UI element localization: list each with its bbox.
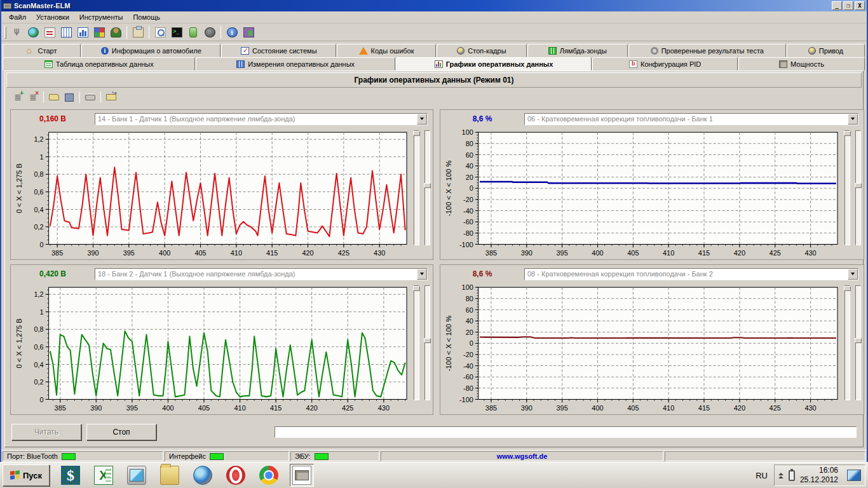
slider-thumb[interactable] <box>413 286 420 291</box>
slider-thumb[interactable] <box>844 286 851 291</box>
svg-text:395: 395 <box>123 249 135 257</box>
scale-slider[interactable] <box>414 130 419 245</box>
menu-файл[interactable]: Файл <box>4 12 31 22</box>
t-page-icon <box>629 60 637 68</box>
website-link[interactable]: www.wgsoft.de <box>381 451 663 461</box>
opera-app-icon[interactable] <box>224 464 248 487</box>
image-icon[interactable] <box>92 25 107 39</box>
scanmaster-chip-app-icon[interactable] <box>290 464 314 487</box>
svg-text:415: 415 <box>698 404 710 412</box>
add-graph-icon[interactable] <box>10 90 25 104</box>
monitor-app-icon[interactable] <box>125 464 149 487</box>
status-interface: Интерфейс <box>165 451 289 461</box>
svg-text:-100 < X < 100 %: -100 < X < 100 % <box>445 160 452 216</box>
dollar-app-icon[interactable] <box>58 464 83 487</box>
pid-selector[interactable]: 08 - Кратковременная коррекция топливопо… <box>524 268 858 280</box>
battery-icon[interactable] <box>186 25 201 39</box>
svg-text:0,2: 0,2 <box>34 223 44 231</box>
stop-button[interactable]: Стоп <box>86 424 156 440</box>
slider-thumb[interactable] <box>424 183 431 188</box>
port-led-indicator <box>62 453 76 460</box>
chrome-app-icon[interactable] <box>257 464 281 487</box>
show-desktop-icon[interactable] <box>847 470 861 481</box>
user-icon[interactable] <box>108 25 123 39</box>
excel-app-icon[interactable] <box>92 464 116 487</box>
message-field[interactable] <box>275 426 857 438</box>
close-button[interactable]: X <box>855 1 865 10</box>
slider-thumb[interactable] <box>855 338 862 343</box>
pid-selector[interactable]: 06 - Кратковременная коррекция топливопо… <box>524 113 858 125</box>
chevron-down-icon[interactable] <box>848 114 858 125</box>
remove-graph-icon[interactable] <box>25 90 41 104</box>
start-button[interactable]: Пуск <box>3 464 50 486</box>
folder-app-icon[interactable] <box>158 464 182 487</box>
offset-slider[interactable] <box>855 130 861 245</box>
tab-измерения-оперативных-данных[interactable]: Измерения оперативных данных <box>196 57 395 71</box>
info-icon[interactable]: i <box>224 25 240 39</box>
chevron-down-icon[interactable] <box>848 269 858 280</box>
slider-thumb[interactable] <box>844 131 851 136</box>
svg-text:420: 420 <box>306 404 318 412</box>
print-icon[interactable] <box>83 90 98 104</box>
clipboard-icon[interactable] <box>130 25 146 39</box>
sphere-app-icon[interactable] <box>191 464 215 487</box>
svg-text:430: 430 <box>378 404 390 412</box>
scale-slider[interactable] <box>844 130 850 245</box>
title-bar[interactable]: ScanMaster-ELM _ ❐ X <box>1 0 867 11</box>
tab-мощность[interactable]: Мощность <box>738 57 865 71</box>
menu-инструменты[interactable]: Инструменты <box>74 12 128 22</box>
table-icon[interactable] <box>58 25 74 39</box>
menu-помощь[interactable]: Помощь <box>128 12 165 22</box>
t-bars-icon <box>435 60 443 68</box>
offset-slider[interactable] <box>855 285 861 400</box>
footer-controls: Читать Стоп <box>5 415 863 440</box>
report-icon[interactable] <box>42 25 57 39</box>
read-button[interactable]: Читать <box>11 424 81 440</box>
chevron-down-icon[interactable] <box>417 114 427 125</box>
scale-slider[interactable] <box>844 285 850 400</box>
svg-text:20: 20 <box>466 329 473 336</box>
search-icon[interactable] <box>153 25 168 39</box>
gauge-icon[interactable] <box>202 25 217 39</box>
tab-конфигурация-pid[interactable]: Конфигурация PID <box>592 57 738 71</box>
tab-состояние-системы[interactable]: Состояние системы <box>221 44 336 57</box>
slider-thumb[interactable] <box>424 338 431 343</box>
tab-привод[interactable]: Привод <box>787 44 865 57</box>
tab-label: Состояние системы <box>252 47 317 55</box>
terminal-icon[interactable] <box>169 25 184 39</box>
exit-icon[interactable] <box>241 25 256 39</box>
tab-таблица-оперативных-данных[interactable]: Таблица оперативных данных <box>3 57 195 71</box>
tab-проверенные-результаты-теста[interactable]: Проверенные результаты теста <box>628 44 786 57</box>
chart-plot: 100806040200-20-40-60-80-100385390395400… <box>443 283 842 413</box>
svg-text:1: 1 <box>40 308 44 316</box>
hidden-icons-chevron[interactable] <box>778 473 783 478</box>
chart-icon[interactable] <box>75 25 90 39</box>
tab-графики-оперативных-данных[interactable]: Графики оперативных данных <box>396 57 592 71</box>
scale-slider[interactable] <box>414 285 419 400</box>
tab-старт[interactable]: Старт <box>3 44 81 57</box>
slider-thumb[interactable] <box>413 131 420 136</box>
connect-icon[interactable] <box>9 25 24 39</box>
pid-selector[interactable]: 14 - Банк 1 - Датчик 1 (Выходное напряже… <box>95 113 428 125</box>
clock[interactable]: 16:06 25.12.2012 <box>800 466 838 485</box>
svg-text:430: 430 <box>374 249 385 257</box>
open-icon[interactable] <box>46 90 62 104</box>
globe-icon[interactable] <box>25 25 41 39</box>
offset-slider[interactable] <box>424 130 430 245</box>
pid-selector[interactable]: 18 - Банк 2 - Датчик 1 (Выходное напряже… <box>95 268 428 280</box>
tab-стоп-кадры[interactable]: Стоп-кадры <box>437 44 527 57</box>
menu-установки[interactable]: Установки <box>31 12 74 22</box>
chevron-down-icon[interactable] <box>417 269 427 280</box>
minimize-button[interactable]: _ <box>832 1 842 10</box>
save-icon[interactable] <box>62 90 77 104</box>
battery-tray-icon[interactable] <box>789 470 795 481</box>
tab-коды-ошибок[interactable]: Коды ошибок <box>337 44 436 57</box>
export-icon[interactable] <box>104 90 119 104</box>
offset-slider[interactable] <box>424 285 430 400</box>
slider-thumb[interactable] <box>855 183 862 188</box>
tab-информация-о-автомобиле[interactable]: iИнформация о автомобиле <box>81 44 220 57</box>
restore-button[interactable]: ❐ <box>843 1 853 10</box>
language-indicator[interactable]: RU <box>749 471 774 480</box>
tab-лямбда-зонды[interactable]: Лямбда-зонды <box>527 44 628 57</box>
svg-text:0,6: 0,6 <box>34 188 44 196</box>
